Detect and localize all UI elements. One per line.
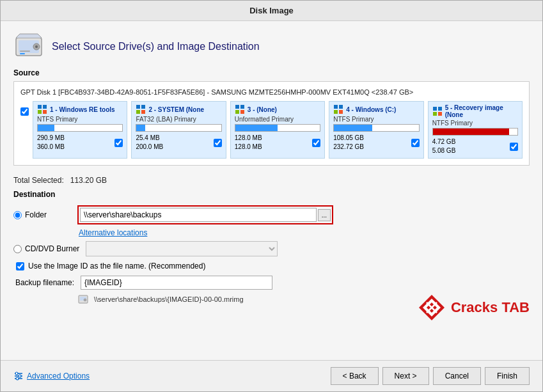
svg-rect-9 [43, 110, 47, 114]
cd-row: CD/DVD Burner [13, 241, 530, 256]
folder-input-group: ... [77, 205, 333, 224]
main-window: Disk Image Select Source Drive(s) and Im… [0, 0, 543, 392]
part-type: NTFS Primary [37, 116, 123, 123]
svg-rect-7 [43, 105, 47, 109]
svg-rect-16 [235, 110, 239, 114]
back-button[interactable]: < Back [331, 367, 379, 385]
folder-radio-label[interactable]: Folder [13, 210, 71, 219]
part-sizes-col: 25.4 MB 200.0 MB [136, 134, 163, 152]
part-sizes: 128.0 MB 128.0 MB [235, 134, 320, 152]
part-checkbox[interactable] [510, 143, 518, 151]
part-checkbox[interactable] [114, 139, 123, 147]
folder-row: Folder ... [13, 205, 530, 224]
svg-rect-15 [240, 105, 244, 109]
svg-point-28 [84, 299, 86, 301]
part-checkbox[interactable] [214, 139, 222, 147]
svg-rect-22 [433, 107, 437, 111]
part-sizes-col: 108.05 GB 232.72 GB [333, 134, 364, 152]
destination-label: Destination [13, 190, 530, 199]
part-header: 4 - Windows (C:) [333, 104, 419, 114]
window-title: Disk Image [249, 6, 294, 15]
svg-rect-11 [141, 105, 145, 109]
cancel-button[interactable]: Cancel [433, 367, 481, 385]
folder-path-input[interactable] [80, 208, 317, 222]
use-image-id-checkbox[interactable] [16, 262, 24, 270]
title-bar: Disk Image [1, 1, 542, 21]
part-header: 3 - (None) [235, 104, 320, 114]
part-size2: 232.72 GB [333, 143, 364, 152]
svg-rect-4 [20, 51, 30, 52]
part-size1: 4.72 GB [432, 137, 456, 146]
alt-locations-link[interactable]: Alternative locations [79, 228, 530, 237]
path-preview-text: \\server\share\backups\{IMAGEID}-00-00.m… [94, 295, 244, 303]
part-size2: 5.08 GB [432, 146, 456, 155]
part-size2: 200.0 MB [136, 143, 163, 152]
svg-rect-5 [20, 53, 25, 54]
part-bar [136, 124, 221, 132]
partition-card-1: 1 - Windows RE tools NTFS Primary 290.9 … [33, 101, 127, 159]
part-bar [37, 124, 123, 132]
advanced-options-link[interactable]: Advanced Options [13, 371, 90, 381]
svg-rect-17 [240, 110, 244, 114]
svg-rect-19 [339, 105, 343, 109]
partition-card-2: 2 - SYSTEM (None FAT32 (LBA) Primary 25.… [131, 101, 226, 159]
part-type: Unformatted Primary [235, 116, 320, 123]
part-sizes-col: 128.0 MB 128.0 MB [235, 134, 262, 152]
disk-checkbox[interactable] [20, 107, 29, 116]
part-name: 5 - Recovery image (None [445, 104, 518, 118]
part-bar [235, 124, 320, 132]
svg-rect-25 [438, 112, 442, 116]
part-header: 5 - Recovery image (None [432, 104, 518, 118]
part-size1: 25.4 MB [136, 134, 163, 143]
header-title: Select Source Drive(s) and Image Destina… [52, 41, 260, 52]
source-box: GPT Disk 1 [FBC4B937-34BD-42A9-8051-1F5F… [13, 81, 530, 166]
watermark-text: Cracks TAB [451, 299, 530, 316]
part-type: NTFS Primary [333, 116, 419, 123]
use-image-id-label: Use the Image ID as the file name. (Reco… [28, 262, 205, 270]
backup-filename-input[interactable] [81, 276, 272, 290]
total-selected: Total Selected: 113.20 GB [13, 176, 530, 185]
svg-rect-10 [136, 105, 140, 109]
part-sizes: 25.4 MB 200.0 MB [136, 134, 221, 152]
svg-point-3 [35, 45, 38, 48]
windows-icon [333, 104, 343, 114]
use-image-id-row: Use the Image ID as the file name. (Reco… [16, 262, 530, 270]
finish-button[interactable]: Finish [485, 367, 530, 385]
filename-row: Backup filename: [13, 276, 530, 290]
footer: Advanced Options < Back Next > Cancel Fi… [1, 360, 542, 391]
svg-rect-23 [438, 107, 442, 111]
part-bar-fill [136, 125, 145, 131]
next-button[interactable]: Next > [382, 367, 429, 385]
folder-radio[interactable] [13, 211, 22, 219]
cd-select[interactable] [86, 241, 278, 256]
browse-button[interactable]: ... [318, 209, 331, 221]
svg-rect-18 [334, 105, 338, 109]
part-size1: 108.05 GB [333, 134, 364, 143]
part-bar-fill [334, 125, 372, 131]
windows-icon [235, 104, 245, 114]
backup-filename-label: Backup filename: [13, 278, 74, 287]
part-sizes-col: 290.9 MB 360.0 MB [37, 134, 65, 152]
windows-icon [432, 106, 443, 116]
windows-icon [37, 104, 47, 114]
partition-card-5: 5 - Recovery image (None NTFS Primary 4.… [428, 101, 523, 159]
cd-radio-label[interactable]: CD/DVD Burner [13, 244, 79, 253]
part-header: 1 - Windows RE tools [37, 104, 123, 114]
gpt-info: GPT Disk 1 [FBC4B937-34BD-42A9-8051-1F5F… [20, 88, 523, 96]
source-label: Source [13, 68, 530, 77]
header-row: Select Source Drive(s) and Image Destina… [13, 31, 530, 62]
advanced-options-icon [13, 371, 24, 381]
partition-card-3: 3 - (None) Unformatted Primary 128.0 MB … [230, 101, 325, 159]
partition-card-4: 4 - Windows (C:) NTFS Primary 108.05 GB … [329, 101, 423, 159]
part-checkbox[interactable] [411, 139, 420, 147]
part-sizes: 4.72 GB 5.08 GB [432, 137, 518, 155]
part-name: 3 - (None) [248, 106, 277, 113]
svg-rect-24 [433, 112, 437, 116]
total-selected-value: 113.20 GB [70, 176, 107, 185]
svg-rect-13 [141, 110, 145, 114]
part-bar [333, 124, 419, 132]
part-size1: 128.0 MB [235, 134, 262, 143]
footer-buttons: < Back Next > Cancel Finish [331, 367, 530, 385]
cd-radio[interactable] [13, 245, 22, 253]
part-checkbox[interactable] [312, 139, 320, 147]
